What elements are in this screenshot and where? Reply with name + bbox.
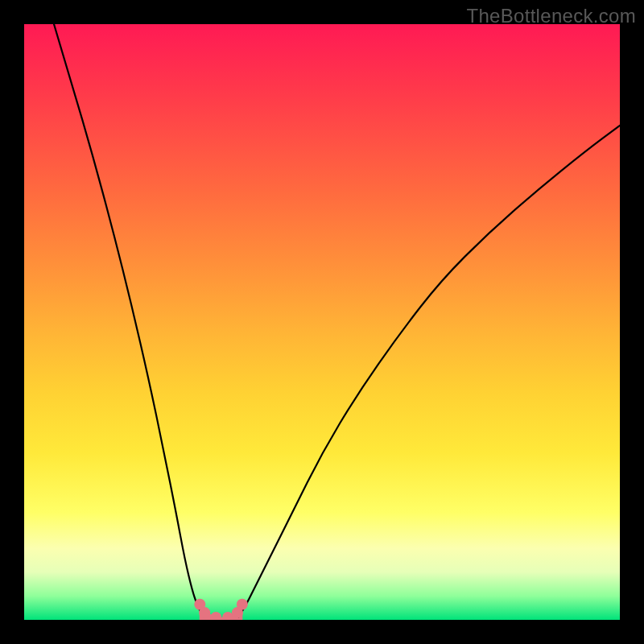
curve-right — [238, 126, 620, 617]
trough-dot — [199, 607, 210, 618]
outer-frame: TheBottleneck.com — [0, 0, 644, 644]
plot-area — [24, 24, 620, 620]
watermark-text: TheBottleneck.com — [466, 5, 636, 27]
curve-left — [54, 24, 204, 617]
trough-dots — [194, 599, 248, 620]
chart-svg — [24, 24, 620, 620]
trough-dot — [237, 599, 248, 610]
trough-dot — [210, 612, 221, 620]
